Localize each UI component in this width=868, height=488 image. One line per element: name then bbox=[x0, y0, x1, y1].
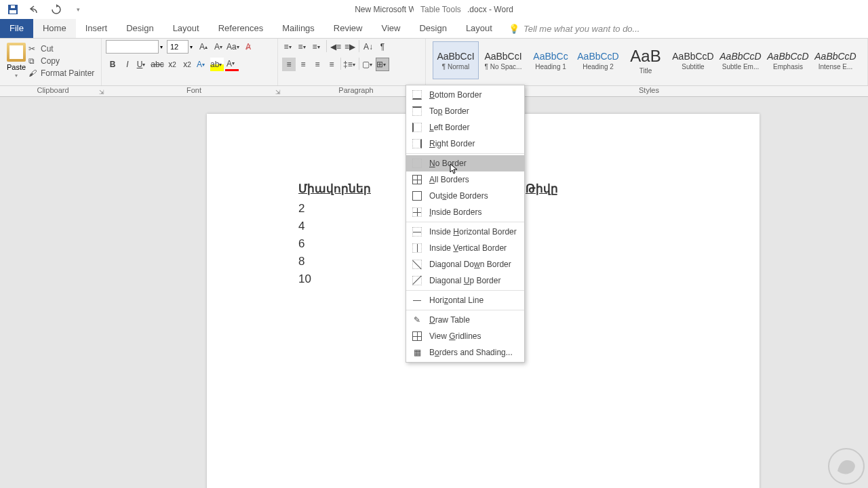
font-color-button[interactable]: A▾ bbox=[225, 58, 239, 71]
tab-references[interactable]: References bbox=[209, 19, 273, 38]
borders-button[interactable]: ⊞▾ bbox=[376, 58, 389, 71]
strikethrough-button[interactable]: abc bbox=[151, 58, 164, 71]
style-item[interactable]: AaBbCcI¶ No Spac... bbox=[480, 41, 526, 79]
style-item[interactable]: AaBbCcI¶ Normal bbox=[433, 41, 479, 79]
decrease-indent-button[interactable]: ◀≡ bbox=[329, 40, 342, 54]
ribbon-tabs: File Home Insert Design Layout Reference… bbox=[0, 19, 868, 39]
style-item[interactable]: AaBbCcHeading 1 bbox=[528, 41, 574, 79]
menu-diagonal-up-border[interactable]: Diagonal Up Border bbox=[406, 272, 524, 289]
menu-all-borders[interactable]: All Borders bbox=[406, 171, 524, 188]
shading-button[interactable]: ▢▾ bbox=[361, 58, 375, 71]
sort-button[interactable]: A↓ bbox=[361, 40, 375, 54]
show-marks-button[interactable]: ¶ bbox=[376, 40, 389, 54]
menu-bottom-border[interactable]: BBottom Borderottom Border bbox=[406, 87, 524, 103]
style-preview: AaBbCcI bbox=[437, 51, 474, 62]
style-item[interactable]: AaBbCcDIntense E... bbox=[812, 41, 859, 79]
diagonal-up-border-icon bbox=[412, 275, 422, 286]
tab-table-layout[interactable]: Layout bbox=[456, 19, 502, 38]
tab-table-design[interactable]: Design bbox=[410, 19, 456, 38]
subscript-button[interactable]: x2 bbox=[165, 58, 179, 71]
style-item[interactable]: AaBbCcDSubtle Em... bbox=[717, 41, 764, 79]
style-name-label: ¶ No Spac... bbox=[485, 63, 522, 70]
paste-icon bbox=[7, 43, 26, 62]
menu-outside-borders[interactable]: Outside Borders bbox=[406, 188, 524, 204]
style-name-label: ¶ Normal bbox=[442, 63, 469, 70]
menu-right-border[interactable]: Right Border bbox=[406, 136, 524, 152]
tab-insert[interactable]: Insert bbox=[76, 19, 117, 38]
redo-icon[interactable] bbox=[50, 3, 62, 16]
grow-font-button[interactable]: A▴ bbox=[197, 40, 210, 54]
bold-button[interactable]: B bbox=[106, 58, 119, 71]
menu-horizontal-line[interactable]: —Horizontal Line bbox=[406, 292, 524, 308]
font-size-input[interactable] bbox=[167, 40, 189, 54]
styles-gallery[interactable]: AaBbCcI¶ NormalAaBbCcI¶ No Spac...AaBbCc… bbox=[430, 40, 863, 81]
justify-button[interactable]: ≡ bbox=[325, 58, 338, 71]
tell-me-placeholder: Tell me what you want to do... bbox=[524, 24, 640, 34]
change-case-button[interactable]: Aa▾ bbox=[226, 40, 240, 54]
diagonal-down-border-icon bbox=[412, 259, 422, 270]
borders-shading-icon: ▦ bbox=[412, 347, 422, 358]
font-group-label: Font⇲ bbox=[106, 86, 282, 96]
style-item[interactable]: AaBTitle bbox=[623, 41, 669, 79]
italic-button[interactable]: I bbox=[121, 58, 134, 71]
menu-view-gridlines[interactable]: View Gridlines bbox=[406, 328, 524, 344]
quick-access-toolbar: ▾ bbox=[0, 3, 91, 16]
group-styles: AaBbCcI¶ NormalAaBbCcI¶ No Spac...AaBbCc… bbox=[426, 39, 868, 85]
undo-icon[interactable] bbox=[28, 3, 41, 16]
menu-inside-vertical-border[interactable]: Inside Vertical Border bbox=[406, 240, 524, 256]
copy-button[interactable]: ⧉Copy bbox=[28, 56, 94, 66]
superscript-button[interactable]: x2 bbox=[180, 58, 194, 71]
style-preview: AaBbCcD bbox=[577, 51, 618, 62]
tab-design[interactable]: Design bbox=[117, 19, 163, 38]
align-right-button[interactable]: ≡ bbox=[311, 58, 324, 71]
style-preview: AaB bbox=[630, 47, 660, 66]
font-name-input[interactable] bbox=[106, 40, 159, 54]
bullets-button[interactable]: ≡▾ bbox=[282, 40, 296, 54]
qat-customize-icon[interactable]: ▾ bbox=[72, 3, 84, 16]
line-spacing-button[interactable]: ‡≡▾ bbox=[343, 58, 357, 71]
menu-borders-and-shading[interactable]: ▦Borders and Shading... bbox=[406, 344, 524, 361]
style-preview: AaBbCcD bbox=[767, 51, 808, 62]
watermark-dragon-icon bbox=[827, 447, 865, 485]
tell-me-search[interactable]: 💡 Tell me what you want to do... bbox=[502, 19, 868, 38]
increase-indent-button[interactable]: ≡▶ bbox=[343, 40, 357, 54]
menu-inside-horizontal-border[interactable]: Inside Horizontal Border bbox=[406, 224, 524, 240]
underline-button[interactable]: U▾ bbox=[136, 58, 149, 71]
style-preview: AaBbCcD bbox=[719, 51, 761, 62]
align-center-button[interactable]: ≡ bbox=[296, 58, 310, 71]
tab-home[interactable]: Home bbox=[33, 19, 76, 38]
font-launcher-icon[interactable]: ⇲ bbox=[275, 89, 281, 96]
bottom-border-icon bbox=[412, 89, 422, 100]
no-border-icon bbox=[412, 158, 422, 169]
numbering-button[interactable]: ≡▾ bbox=[296, 40, 310, 54]
style-item[interactable]: AaBbCcDSubtitle bbox=[670, 41, 716, 79]
highlight-button[interactable]: ab▾ bbox=[210, 58, 224, 71]
text-effects-button[interactable]: A▾ bbox=[195, 58, 209, 71]
tab-file[interactable]: File bbox=[0, 19, 33, 38]
cut-button[interactable]: ✂Cut bbox=[28, 44, 94, 54]
clipboard-launcher-icon[interactable]: ⇲ bbox=[99, 89, 104, 96]
menu-top-border[interactable]: Top Border bbox=[406, 103, 524, 119]
style-item[interactable]: AaBbCcDHeading 2 bbox=[575, 41, 621, 79]
tab-review[interactable]: Review bbox=[324, 19, 372, 38]
save-icon[interactable] bbox=[7, 3, 19, 16]
clear-formatting-button[interactable]: A̷ bbox=[241, 40, 255, 54]
tab-view[interactable]: View bbox=[372, 19, 410, 38]
paste-label: Paste bbox=[7, 63, 26, 71]
format-painter-button[interactable]: 🖌Format Painter bbox=[28, 68, 94, 78]
menu-inside-borders[interactable]: Inside Borders bbox=[406, 204, 524, 220]
menu-draw-table[interactable]: ✎Draw Table bbox=[406, 312, 524, 328]
tab-mailings[interactable]: Mailings bbox=[273, 19, 324, 38]
menu-diagonal-down-border[interactable]: Diagonal Down Border bbox=[406, 256, 524, 272]
menu-left-border[interactable]: Left Border bbox=[406, 119, 524, 136]
style-item[interactable]: AaBbCcDEmphasis bbox=[765, 41, 811, 79]
tab-layout[interactable]: Layout bbox=[163, 19, 209, 38]
align-left-button[interactable]: ≡ bbox=[282, 58, 296, 71]
draw-table-icon: ✎ bbox=[412, 314, 422, 325]
paste-button[interactable]: Paste ▾ bbox=[4, 43, 28, 79]
shrink-font-button[interactable]: A▾ bbox=[212, 40, 225, 54]
top-border-icon bbox=[412, 106, 422, 117]
right-border-icon bbox=[412, 138, 422, 149]
menu-no-border[interactable]: No Border bbox=[406, 155, 524, 171]
multilevel-list-button[interactable]: ≡▾ bbox=[311, 40, 324, 54]
